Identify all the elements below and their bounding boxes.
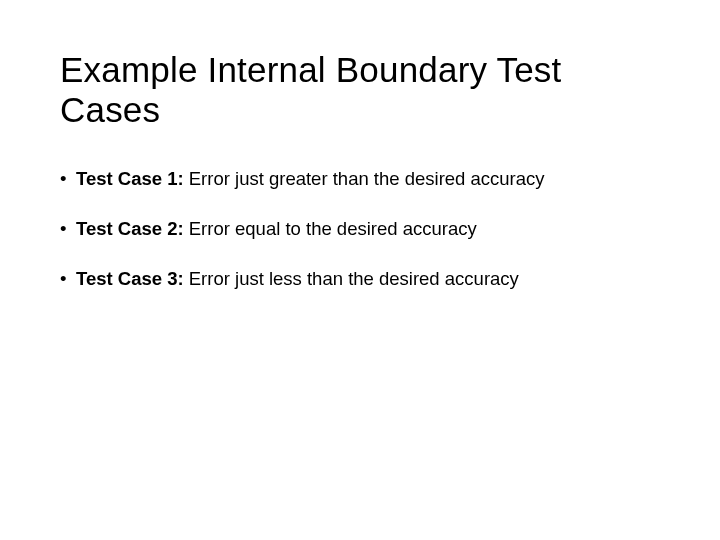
list-item: Test Case 1: Error just greater than the… <box>60 167 660 191</box>
list-item: Test Case 2: Error equal to the desired … <box>60 217 660 241</box>
item-desc: Error equal to the desired accuracy <box>184 218 477 239</box>
item-desc: Error just less than the desired accurac… <box>184 268 519 289</box>
item-label: Test Case 2: <box>76 218 184 239</box>
list-item: Test Case 3: Error just less than the de… <box>60 267 660 291</box>
bullet-list: Test Case 1: Error just greater than the… <box>60 167 660 291</box>
item-label: Test Case 3: <box>76 268 184 289</box>
slide-title: Example Internal Boundary Test Cases <box>60 50 660 131</box>
slide: Example Internal Boundary Test Cases Tes… <box>0 0 720 540</box>
item-label: Test Case 1: <box>76 168 184 189</box>
item-desc: Error just greater than the desired accu… <box>184 168 545 189</box>
